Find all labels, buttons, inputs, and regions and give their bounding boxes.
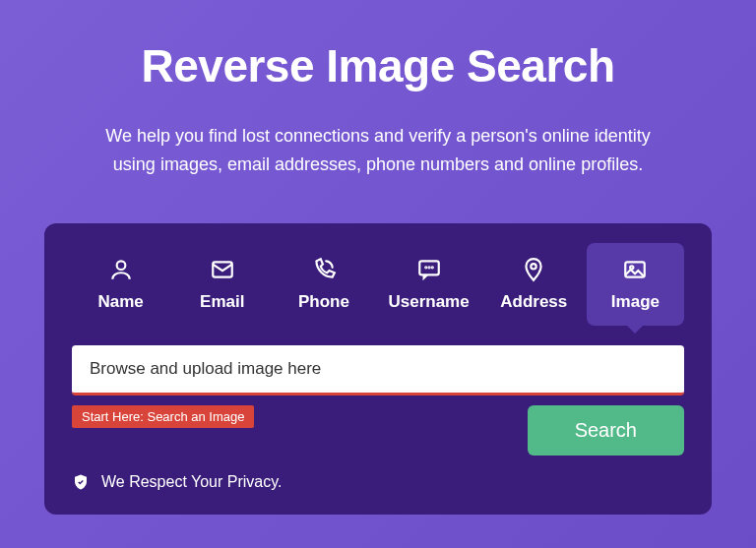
search-button[interactable]: Search xyxy=(528,405,684,456)
tab-phone[interactable]: Phone xyxy=(275,243,372,326)
svg-point-6 xyxy=(532,264,536,269)
page-title: Reverse Image Search xyxy=(44,39,712,92)
tab-label: Username xyxy=(388,292,469,312)
tab-label: Image xyxy=(611,292,660,312)
tab-username[interactable]: Username xyxy=(376,243,480,326)
search-input[interactable] xyxy=(72,345,684,396)
privacy-row: We Respect Your Privacy. xyxy=(72,473,684,491)
tab-address[interactable]: Address xyxy=(485,243,583,326)
chat-icon xyxy=(416,257,442,282)
tab-label: Address xyxy=(500,292,567,312)
tabs-container: Name Email Phone Username Address xyxy=(72,243,684,326)
svg-point-3 xyxy=(425,267,426,268)
tab-email[interactable]: Email xyxy=(173,243,271,326)
svg-point-4 xyxy=(428,267,429,268)
tab-label: Email xyxy=(200,292,244,312)
location-pin-icon xyxy=(521,257,546,282)
search-panel: Name Email Phone Username Address xyxy=(44,223,712,515)
image-icon xyxy=(622,257,648,282)
tab-label: Phone xyxy=(298,292,349,312)
envelope-icon xyxy=(210,257,235,282)
tab-image[interactable]: Image xyxy=(587,243,684,326)
page-subtitle: We help you find lost connections and ve… xyxy=(83,122,673,179)
tab-label: Name xyxy=(97,292,143,312)
input-container xyxy=(72,345,684,396)
privacy-text: We Respect Your Privacy. xyxy=(101,473,283,491)
bottom-row: Start Here: Search an Image Search xyxy=(72,405,684,456)
person-icon xyxy=(108,257,134,282)
hint-badge: Start Here: Search an Image xyxy=(72,405,254,428)
svg-point-0 xyxy=(116,261,125,270)
shield-check-icon xyxy=(72,473,90,491)
phone-icon xyxy=(311,257,337,282)
tab-name[interactable]: Name xyxy=(72,243,169,326)
svg-point-5 xyxy=(431,267,432,268)
